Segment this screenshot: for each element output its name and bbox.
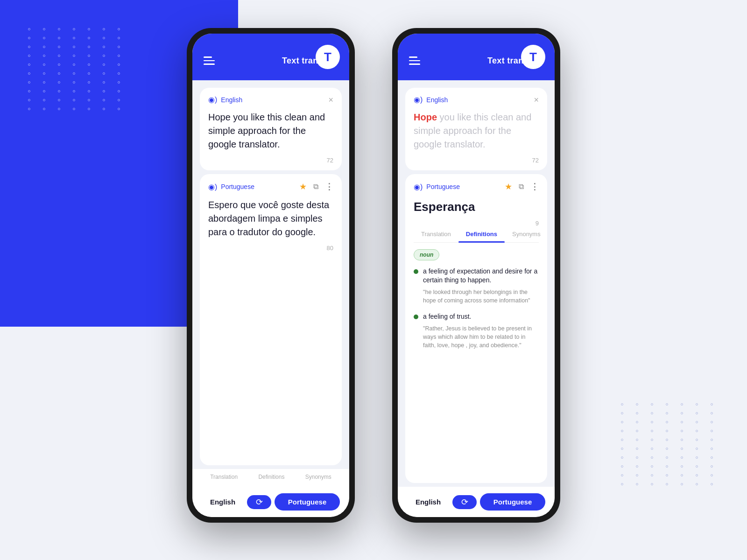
phone-1-output-actions: ★ ⧉ ⋮ [299,182,333,192]
phone-1-bottom-tabs: Translation Definitions Synonyms [192,469,349,487]
phone-1-output-lang: ◉) Portuguese [208,182,254,191]
close-btn-1[interactable]: × [328,96,333,104]
phone-2-bottom-bar: English Portuguese [398,487,555,517]
def-example-1: "he looked through her belongings in the… [423,288,539,305]
phone-1-inner: Text translate T ◉) English × [192,34,349,517]
phone-1-char-count: 72 [208,157,333,164]
sound-icon-4[interactable]: ◉) [414,182,423,191]
phone-1-output-lang-row: ◉) Portuguese ★ ⧉ ⋮ [208,182,333,192]
phone-1-content: ◉) English × Hope you like this clean an… [192,80,349,469]
phone-1: Text translate T ◉) English × [187,28,355,523]
menu-line-1 [204,56,212,58]
phone-2-header: Text translate T [398,34,555,80]
tab-definitions-1[interactable]: Definitions [258,474,284,480]
phone-2-input-lang: ◉) English [414,95,448,104]
noun-badge: noun [414,249,439,260]
sound-icon-2[interactable]: ◉) [208,182,217,191]
menu-line-1b [409,56,417,58]
def-dot-1 [414,269,418,274]
phone-1-output-card: ◉) Portuguese ★ ⧉ ⋮ Espero que você gost… [200,174,342,465]
star-icon-2[interactable]: ★ [505,182,512,192]
tab-definitions-2[interactable]: Definitions [458,227,505,242]
phone-2-output-count: 9 [414,220,539,227]
definition-1-main: a feeling of expectation and desire for … [414,267,539,285]
phone-2-translated-word: Esperança [414,198,539,216]
menu-line-2 [204,60,215,62]
phone-1-output-count: 80 [208,245,333,252]
t-icon-2: T [521,45,545,69]
menu-icon-2[interactable] [409,56,420,65]
def-text-1: a feeling of expectation and desire for … [423,267,539,285]
copy-icon-2[interactable]: ⧉ [519,182,524,191]
phone-2-input-text: Hope you like this clean and simple appr… [414,111,539,151]
def-example-2: "Rather, Jesus is believed to be present… [423,324,539,350]
phone-1-bottom-bar: English Portuguese [192,487,349,517]
phone-1-lang-row: ◉) English × [208,95,333,104]
phone-2-right-lang[interactable]: Portuguese [480,493,545,511]
phones-container: Text translate T ◉) English × [0,28,747,523]
swap-button-2[interactable] [452,495,477,509]
phone-2-lang-row: ◉) English × [414,95,539,104]
def-text-2: a feeling of trust. [423,312,472,322]
menu-line-2b [409,60,420,62]
phone-2-input-card: ◉) English × Hope you like this clean an… [405,88,547,170]
tab-translation-1[interactable]: Translation [210,474,238,480]
phone-2-output-lang-row: ◉) Portuguese ★ ⧉ ⋮ [414,182,539,192]
sound-icon-3[interactable]: ◉) [414,95,423,104]
tab-synonyms-1[interactable]: Synonyms [305,474,331,480]
phone-1-left-lang[interactable]: English [202,498,244,506]
menu-icon[interactable] [204,56,215,65]
definition-1: a feeling of expectation and desire for … [414,267,539,305]
phone-2-char-count: 72 [414,157,539,164]
phone-2: Text translate T ◉) English × [392,28,560,523]
more-icon-1[interactable]: ⋮ [325,182,333,192]
phone-1-right-lang[interactable]: Portuguese [275,493,340,511]
phone-2-output-card: ◉) Portuguese ★ ⧉ ⋮ Esperança 9 Transl [405,174,547,483]
sound-icon-1[interactable]: ◉) [208,95,217,104]
more-icon-2[interactable]: ⋮ [530,182,539,192]
phone-2-tabs: Translation Definitions Synonyms [414,227,539,243]
star-icon-1[interactable]: ★ [299,182,307,192]
tab-synonyms-2[interactable]: Synonyms [505,227,547,242]
definition-2: a feeling of trust. "Rather, Jesus is be… [414,312,539,350]
phone-1-input-lang: ◉) English [208,95,242,104]
swap-button-1[interactable] [247,495,271,509]
menu-line-3 [204,63,215,65]
phone-2-content: ◉) English × Hope you like this clean an… [398,80,555,487]
phone-2-inner: Text translate T ◉) English × [398,34,555,517]
phone-1-output-text: Espero que você goste desta abordagem li… [208,198,333,239]
t-icon-1: T [316,45,340,69]
phone-2-output-actions: ★ ⧉ ⋮ [505,182,539,192]
def-dot-2 [414,315,418,319]
phone-1-header: Text translate T [192,34,349,80]
tab-translation-2[interactable]: Translation [414,227,458,242]
phone-1-input-card: ◉) English × Hope you like this clean an… [200,88,342,170]
phone-1-input-text: Hope you like this clean and simple appr… [208,111,333,151]
close-btn-2[interactable]: × [534,96,539,104]
copy-icon-1[interactable]: ⧉ [313,182,318,191]
menu-line-3b [409,63,420,65]
highlight-word: Hope [414,112,437,122]
phone-2-output-lang: ◉) Portuguese [414,182,460,191]
phone-2-left-lang[interactable]: English [407,498,449,506]
definition-2-main: a feeling of trust. [414,312,539,322]
